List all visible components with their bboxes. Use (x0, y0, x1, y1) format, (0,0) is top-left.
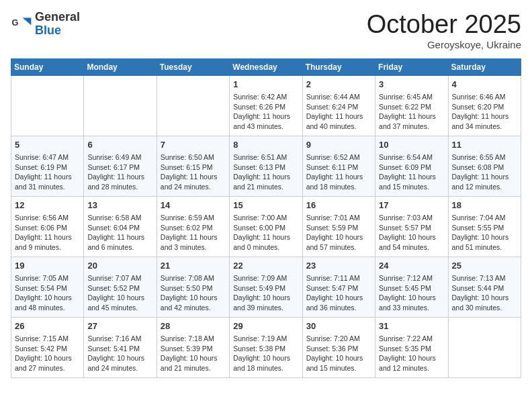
day-number: 29 (233, 320, 298, 332)
calendar-cell: 15Sunrise: 7:00 AMSunset: 6:00 PMDayligh… (230, 196, 302, 257)
day-info: Sunrise: 6:51 AM (233, 152, 298, 163)
calendar-week-4: 19Sunrise: 7:05 AMSunset: 5:54 PMDayligh… (11, 257, 521, 317)
calendar-week-2: 5Sunrise: 6:47 AMSunset: 6:19 PMDaylight… (11, 136, 521, 196)
calendar-cell: 25Sunrise: 7:13 AMSunset: 5:44 PMDayligh… (448, 257, 521, 317)
day-info: Sunrise: 7:03 AM (379, 213, 444, 223)
calendar-cell: 12Sunrise: 6:56 AMSunset: 6:06 PMDayligh… (11, 196, 84, 257)
calendar-cell: 2Sunrise: 6:44 AMSunset: 6:24 PMDaylight… (302, 75, 375, 136)
day-number: 11 (452, 139, 517, 151)
day-info: Sunset: 5:35 PM (379, 344, 444, 354)
day-info: Daylight: 10 hours and 39 minutes. (233, 293, 298, 312)
day-info: Sunset: 5:47 PM (306, 283, 371, 293)
day-number: 2 (306, 79, 371, 91)
day-info: Sunrise: 7:20 AM (306, 334, 371, 344)
day-info: Sunrise: 7:11 AM (306, 273, 371, 283)
calendar-cell: 31Sunrise: 7:22 AMSunset: 5:35 PMDayligh… (375, 317, 448, 377)
calendar-cell: 5Sunrise: 6:47 AMSunset: 6:19 PMDaylight… (11, 136, 84, 196)
day-info: Sunrise: 7:07 AM (87, 273, 152, 283)
day-info: Daylight: 11 hours and 37 minutes. (379, 111, 444, 131)
day-info: Sunrise: 7:00 AM (233, 213, 298, 223)
day-info: Daylight: 11 hours and 34 minutes. (452, 111, 517, 131)
day-info: Sunset: 6:19 PM (15, 163, 80, 173)
calendar-cell: 16Sunrise: 7:01 AMSunset: 5:59 PMDayligh… (302, 196, 375, 257)
day-info: Daylight: 10 hours and 27 minutes. (15, 353, 80, 373)
weekday-header-thursday: Thursday (302, 58, 375, 75)
day-info: Sunset: 5:57 PM (379, 223, 444, 233)
day-info: Daylight: 11 hours and 43 minutes. (233, 111, 298, 131)
logo: G General Blue (11, 11, 80, 38)
calendar-cell: 4Sunrise: 6:46 AMSunset: 6:20 PMDaylight… (448, 75, 521, 136)
day-info: Sunrise: 6:55 AM (452, 152, 517, 163)
day-info: Sunset: 5:49 PM (233, 283, 298, 293)
calendar-cell (84, 75, 157, 136)
day-number: 28 (161, 320, 226, 332)
calendar-cell: 24Sunrise: 7:12 AMSunset: 5:45 PMDayligh… (375, 257, 448, 317)
day-info: Sunset: 6:06 PM (15, 223, 80, 233)
day-number: 25 (452, 260, 517, 272)
weekday-header-row: SundayMondayTuesdayWednesdayThursdayFrid… (11, 58, 521, 75)
day-number: 13 (87, 199, 152, 212)
day-number: 6 (87, 139, 152, 151)
day-number: 9 (306, 139, 371, 151)
day-info: Daylight: 11 hours and 28 minutes. (87, 172, 152, 191)
svg-text:G: G (12, 17, 19, 27)
day-info: Sunrise: 7:12 AM (379, 273, 444, 283)
day-info: Sunrise: 6:50 AM (161, 152, 226, 163)
calendar-cell (448, 317, 521, 377)
weekday-header-sunday: Sunday (11, 58, 84, 75)
day-info: Sunset: 6:11 PM (306, 163, 371, 173)
day-info: Daylight: 11 hours and 15 minutes. (379, 172, 444, 191)
day-info: Sunset: 5:39 PM (161, 344, 226, 354)
day-info: Daylight: 11 hours and 21 minutes. (233, 172, 298, 191)
calendar-cell: 30Sunrise: 7:20 AMSunset: 5:36 PMDayligh… (302, 317, 375, 377)
day-info: Sunrise: 7:22 AM (379, 334, 444, 344)
day-number: 19 (15, 260, 80, 272)
title-block: October 2025 Geroyskoye, Ukraine (367, 11, 521, 50)
calendar-cell: 3Sunrise: 6:45 AMSunset: 6:22 PMDaylight… (375, 75, 448, 136)
calendar-cell: 17Sunrise: 7:03 AMSunset: 5:57 PMDayligh… (375, 196, 448, 257)
calendar-cell: 9Sunrise: 6:52 AMSunset: 6:11 PMDaylight… (302, 136, 375, 196)
page-header: G General Blue October 2025 Geroyskoye, … (11, 11, 521, 50)
day-info: Daylight: 10 hours and 30 minutes. (452, 293, 517, 312)
day-number: 4 (452, 79, 517, 91)
day-number: 5 (15, 139, 80, 151)
day-info: Sunset: 6:26 PM (233, 102, 298, 112)
day-info: Sunset: 6:13 PM (233, 163, 298, 173)
day-info: Daylight: 10 hours and 33 minutes. (379, 293, 444, 312)
calendar-cell: 21Sunrise: 7:08 AMSunset: 5:50 PMDayligh… (157, 257, 229, 317)
day-info: Sunrise: 6:58 AM (87, 213, 152, 223)
day-info: Sunrise: 6:54 AM (379, 152, 444, 163)
day-info: Daylight: 10 hours and 51 minutes. (452, 232, 517, 252)
day-info: Sunrise: 7:18 AM (161, 334, 226, 344)
day-info: Sunrise: 6:49 AM (87, 152, 152, 163)
calendar-cell: 6Sunrise: 6:49 AMSunset: 6:17 PMDaylight… (84, 136, 157, 196)
day-info: Sunrise: 7:13 AM (452, 273, 517, 283)
day-number: 16 (306, 199, 371, 212)
day-number: 18 (452, 199, 517, 212)
day-number: 10 (379, 139, 444, 151)
svg-marker-1 (23, 17, 32, 25)
day-info: Sunset: 5:38 PM (233, 344, 298, 354)
day-info: Sunrise: 6:47 AM (15, 152, 80, 163)
calendar-week-1: 1Sunrise: 6:42 AMSunset: 6:26 PMDaylight… (11, 75, 521, 136)
day-info: Daylight: 11 hours and 6 minutes. (87, 232, 152, 252)
weekday-header-monday: Monday (84, 58, 157, 75)
day-info: Daylight: 11 hours and 0 minutes. (233, 232, 298, 252)
day-info: Daylight: 10 hours and 45 minutes. (87, 293, 152, 312)
day-number: 7 (161, 139, 226, 151)
day-number: 26 (15, 320, 80, 332)
day-info: Sunset: 6:02 PM (161, 223, 226, 233)
day-number: 3 (379, 79, 444, 91)
day-info: Daylight: 11 hours and 40 minutes. (306, 111, 371, 131)
day-info: Daylight: 10 hours and 12 minutes. (379, 353, 444, 373)
day-info: Sunset: 5:42 PM (15, 344, 80, 354)
day-info: Sunrise: 6:59 AM (161, 213, 226, 223)
calendar-week-3: 12Sunrise: 6:56 AMSunset: 6:06 PMDayligh… (11, 196, 521, 257)
day-info: Sunset: 6:20 PM (452, 102, 517, 112)
day-number: 21 (161, 260, 226, 272)
weekday-header-wednesday: Wednesday (230, 58, 302, 75)
day-info: Daylight: 10 hours and 21 minutes. (161, 353, 226, 373)
day-info: Sunset: 5:59 PM (306, 223, 371, 233)
calendar-cell: 11Sunrise: 6:55 AMSunset: 6:08 PMDayligh… (448, 136, 521, 196)
day-info: Daylight: 11 hours and 31 minutes. (15, 172, 80, 191)
